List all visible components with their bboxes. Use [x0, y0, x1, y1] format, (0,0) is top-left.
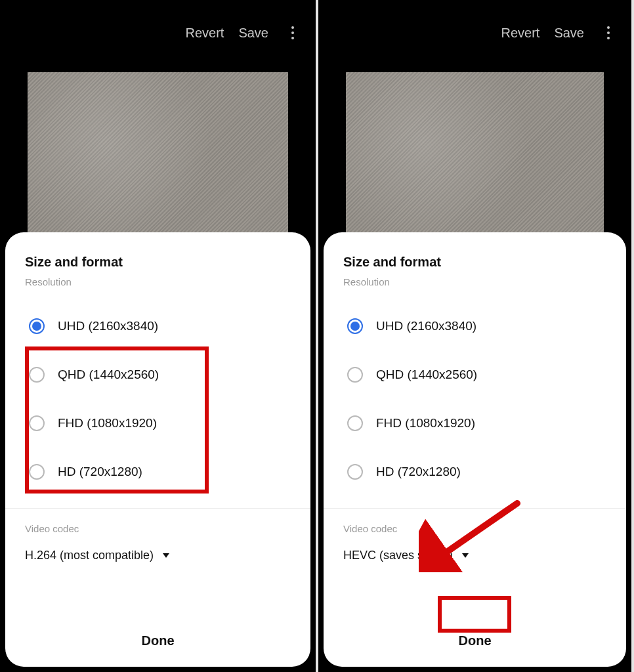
resolution-label: Resolution [343, 276, 606, 287]
size-format-sheet: Size and format Resolution UHD (2160x384… [324, 232, 626, 667]
resolution-option-label: HD (720x1280) [58, 465, 142, 479]
editor-topbar: Revert Save [318, 0, 631, 66]
radio-icon [29, 367, 45, 383]
codec-value: HEVC (saves space) [343, 549, 453, 562]
revert-button[interactable]: Revert [501, 26, 540, 41]
codec-dropdown[interactable]: HEVC (saves space) [343, 549, 606, 562]
save-button[interactable]: Save [554, 26, 584, 41]
resolution-option-uhd[interactable]: UHD (2160x3840) [343, 302, 606, 350]
radio-icon [347, 367, 363, 383]
codec-label: Video codec [343, 523, 606, 534]
resolution-options: UHD (2160x3840) QHD (1440x2560) FHD (108… [25, 302, 291, 496]
done-button[interactable]: Done [450, 628, 501, 654]
divider [324, 508, 626, 509]
sheet-title: Size and format [343, 255, 606, 270]
size-format-sheet: Size and format Resolution UHD (2160x384… [5, 232, 310, 667]
resolution-option-label: FHD (1080x1920) [376, 416, 475, 430]
done-button[interactable]: Done [133, 628, 184, 654]
divider [5, 508, 310, 509]
save-button[interactable]: Save [238, 26, 268, 41]
codec-label: Video codec [25, 523, 291, 534]
resolution-label: Resolution [25, 276, 291, 287]
more-options-icon[interactable] [599, 23, 618, 43]
phone-right: Revert Save Size and format Resolution U… [316, 0, 631, 672]
resolution-options: UHD (2160x3840) QHD (1440x2560) FHD (108… [343, 302, 606, 496]
resolution-option-qhd[interactable]: QHD (1440x2560) [25, 350, 291, 399]
radio-icon [347, 415, 363, 431]
resolution-option-label: UHD (2160x3840) [58, 319, 158, 333]
codec-dropdown[interactable]: H.264 (most compatible) [25, 549, 291, 562]
resolution-option-label: HD (720x1280) [376, 465, 461, 479]
radio-icon [29, 464, 45, 480]
sheet-title: Size and format [25, 255, 291, 270]
resolution-option-fhd[interactable]: FHD (1080x1920) [25, 399, 291, 448]
editor-topbar: Revert Save [0, 0, 316, 66]
resolution-option-fhd[interactable]: FHD (1080x1920) [343, 399, 606, 448]
video-preview [346, 72, 604, 249]
more-options-icon[interactable] [283, 23, 303, 43]
resolution-option-label: FHD (1080x1920) [58, 416, 157, 430]
resolution-option-label: QHD (1440x2560) [58, 368, 159, 382]
resolution-option-uhd[interactable]: UHD (2160x3840) [25, 302, 291, 350]
revert-button[interactable]: Revert [186, 26, 224, 41]
resolution-option-hd[interactable]: HD (720x1280) [343, 448, 606, 496]
video-preview [28, 72, 288, 249]
radio-icon [29, 415, 45, 431]
resolution-option-qhd[interactable]: QHD (1440x2560) [343, 350, 606, 399]
resolution-option-label: QHD (1440x2560) [376, 368, 477, 382]
radio-icon [29, 318, 45, 334]
resolution-option-hd[interactable]: HD (720x1280) [25, 448, 291, 496]
resolution-option-label: UHD (2160x3840) [376, 319, 476, 333]
phone-left: Revert Save Size and format Resolution U… [0, 0, 316, 672]
chevron-down-icon [163, 553, 169, 558]
radio-icon [347, 318, 363, 334]
codec-value: H.264 (most compatible) [25, 549, 154, 562]
chevron-down-icon [462, 553, 469, 558]
radio-icon [347, 464, 363, 480]
comparison-stage: Revert Save Size and format Resolution U… [0, 0, 634, 672]
